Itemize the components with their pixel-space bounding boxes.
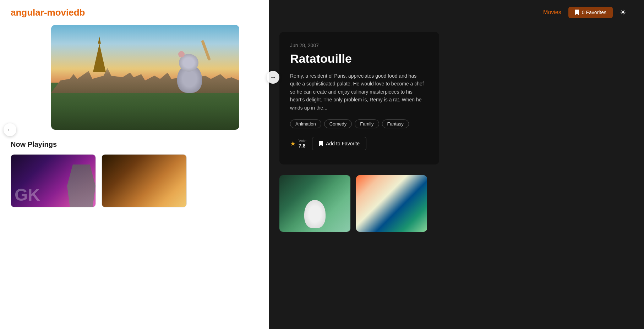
movie-card-godzilla[interactable]: GK [11, 154, 96, 207]
movie-title: Ratatouille [290, 52, 429, 66]
genre-fantasy: Fantasy [382, 119, 409, 128]
right-panel: Movies 0 Favorites ☀ Jun 28, 2007 Ratato… [269, 0, 644, 329]
panda-figure [304, 200, 326, 228]
favorites-button[interactable]: 0 Favorites [568, 7, 613, 18]
spoon [201, 40, 211, 61]
star-icon: ★ [290, 140, 296, 147]
godzilla-figure [67, 164, 95, 207]
next-arrow-button[interactable]: → [267, 71, 279, 84]
bottom-movie-card-kfp[interactable] [279, 175, 350, 232]
hero-scene [51, 25, 239, 130]
kung-fu-panda-image [279, 175, 350, 232]
bookmark-add-svg [319, 141, 323, 146]
vote-section: ★ Vote 7.8 [290, 139, 306, 149]
left-panel: angular-moviedb ← → Now Playings [0, 0, 269, 329]
sun-icon: ☀ [620, 9, 626, 16]
gk-text: GK [15, 186, 40, 203]
app-logo: angular-moviedb [11, 7, 85, 18]
add-favorite-label: Add to Favorite [326, 141, 360, 146]
genre-tags: Animation Comedy Family Fantasy [290, 119, 429, 128]
nav-movies-link[interactable]: Movies [543, 9, 561, 16]
vote-score: 7.8 [299, 143, 306, 149]
eiffel-tower [92, 37, 107, 72]
bookmark-add-icon [319, 141, 323, 146]
movie-cards-row: GK [11, 154, 258, 207]
theme-toggle-button[interactable]: ☀ [620, 8, 626, 17]
favorites-count-label: 0 Favorites [582, 10, 606, 15]
header-right: Movies 0 Favorites ☀ [269, 0, 644, 25]
genre-animation: Animation [290, 119, 321, 128]
rat-figure [168, 40, 211, 93]
bookmark-icon [575, 10, 579, 15]
hero-image-container [51, 25, 239, 130]
bottom-right-section [269, 164, 644, 232]
vote-info: Vote 7.8 [299, 139, 306, 149]
add-to-favorite-button[interactable]: Add to Favorite [312, 137, 366, 150]
vote-label: Vote [299, 139, 306, 143]
now-playings-title: Now Playings [11, 140, 258, 149]
movie-card-dune[interactable] [102, 154, 187, 207]
bottom-movie-card-wild[interactable] [356, 175, 427, 232]
movie-detail-card: Jun 28, 2007 Ratatouille Remy, a residen… [279, 32, 439, 164]
movie-date: Jun 28, 2007 [290, 43, 429, 48]
bookmark-svg [575, 10, 579, 15]
header-left: angular-moviedb [0, 0, 269, 25]
now-playings-section: Now Playings GK [0, 130, 269, 207]
prev-arrow-button[interactable]: ← [4, 123, 16, 136]
colorful-movie-image [356, 175, 427, 232]
genre-comedy: Comedy [324, 119, 352, 128]
movie-actions: ★ Vote 7.8 Add to Favorite [290, 137, 429, 150]
hero-wrapper: ← → [0, 25, 269, 130]
genre-family: Family [355, 119, 379, 128]
movie-description: Remy, a resident of Paris, appreciates g… [290, 72, 429, 112]
